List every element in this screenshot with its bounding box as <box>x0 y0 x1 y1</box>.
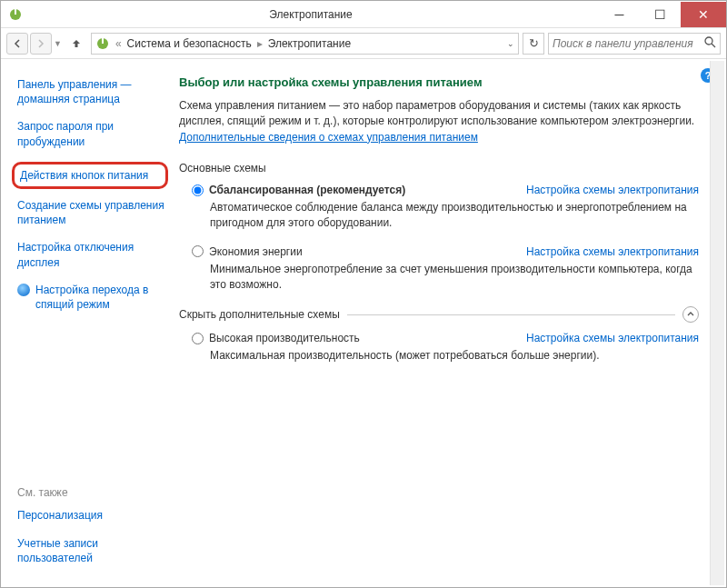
see-also-personalization[interactable]: Персонализация <box>17 508 164 523</box>
vertical-scrollbar[interactable] <box>710 61 724 585</box>
plan-balanced: Сбалансированная (рекомендуется) Настрой… <box>179 184 699 231</box>
plan-radio-high-performance[interactable] <box>192 333 204 344</box>
plan-radio-row[interactable]: Экономия энергии <box>192 245 303 258</box>
plan-name: Экономия энергии <box>209 245 303 258</box>
sidebar-home-link[interactable]: Панель управления — домашняя страница <box>17 77 164 106</box>
refresh-button[interactable]: ↻ <box>523 33 544 55</box>
sidebar-item-password[interactable]: Запрос пароля при пробуждении <box>17 119 164 148</box>
plan-header: Экономия энергии Настройка схемы электро… <box>192 245 699 258</box>
up-button[interactable] <box>65 33 87 55</box>
app-icon <box>8 7 23 22</box>
svg-point-4 <box>705 37 712 45</box>
breadcrumb-item-2[interactable]: Электропитание <box>268 37 351 50</box>
search-box[interactable] <box>548 33 721 55</box>
extra-plans-label: Скрыть дополнительные схемы <box>179 308 340 321</box>
sidebar-item-display-off[interactable]: Настройка отключения дисплея <box>17 240 164 269</box>
extra-plans-toggle-row: Скрыть дополнительные схемы <box>179 306 699 323</box>
plan-radio-row[interactable]: Сбалансированная (рекомендуется) <box>192 184 405 196</box>
back-button[interactable] <box>6 33 28 55</box>
plan-high-performance: Высокая производительность Настройка схе… <box>179 332 699 364</box>
divider-line <box>347 314 675 315</box>
breadcrumb-dropdown-icon[interactable]: ⌄ <box>503 39 514 48</box>
svg-rect-3 <box>102 38 104 44</box>
section-basic-label: Основные схемы <box>179 162 699 174</box>
history-dropdown-icon[interactable]: ▼ <box>54 39 62 48</box>
sidebar-item-label: Настройка перехода в спящий режим <box>35 283 164 312</box>
plan-desc: Минимальное энергопотребление за счет ум… <box>210 262 699 293</box>
minimize-button[interactable]: ─ <box>599 2 640 27</box>
see-also-section: См. также Персонализация Учетные записи … <box>17 486 164 578</box>
plan-name: Высокая производительность <box>209 332 360 344</box>
toolbar: ▼ « Система и безопасность ▸ Электропита… <box>1 28 726 59</box>
shield-icon <box>17 284 30 296</box>
plan-radio-row[interactable]: Высокая производительность <box>192 332 360 344</box>
plan-radio-powersaver[interactable] <box>192 245 204 257</box>
window-title: Электропитание <box>23 8 599 21</box>
page-heading: Выбор или настройка схемы управления пит… <box>179 75 699 89</box>
breadcrumb-item-1[interactable]: Система и безопасность <box>127 37 252 50</box>
plan-powersaver: Экономия энергии Настройка схемы электро… <box>179 245 699 293</box>
see-also-title: См. также <box>17 486 164 499</box>
plan-settings-link[interactable]: Настройка схемы электропитания <box>526 245 699 258</box>
sidebar-item-create-plan[interactable]: Создание схемы управления питанием <box>17 198 164 227</box>
breadcrumb[interactable]: « Система и безопасность ▸ Электропитани… <box>91 33 519 55</box>
titlebar: Электропитание ─ ☐ ✕ <box>1 1 726 28</box>
close-button[interactable]: ✕ <box>681 2 726 27</box>
forward-button[interactable] <box>30 33 52 55</box>
sidebar: Панель управления — домашняя страница За… <box>1 59 174 587</box>
plan-settings-link[interactable]: Настройка схемы электропитания <box>526 332 699 344</box>
svg-line-5 <box>712 44 715 47</box>
intro-body: Схема управления питанием — это набор па… <box>179 99 694 127</box>
sidebar-item-power-buttons[interactable]: Действия кнопок питания <box>12 162 168 189</box>
plan-settings-link[interactable]: Настройка схемы электропитания <box>526 184 699 196</box>
window: Электропитание ─ ☐ ✕ ▼ « Система и безоп… <box>0 0 727 588</box>
plan-header: Сбалансированная (рекомендуется) Настрой… <box>192 184 699 196</box>
window-controls: ─ ☐ ✕ <box>599 2 726 27</box>
maximize-button[interactable]: ☐ <box>640 2 681 27</box>
plan-name: Сбалансированная (рекомендуется) <box>209 184 405 196</box>
body-area: Панель управления — домашняя страница За… <box>1 59 726 587</box>
plan-radio-balanced[interactable] <box>192 184 204 196</box>
see-also-user-accounts[interactable]: Учетные записи пользователей <box>17 536 164 565</box>
breadcrumb-icon <box>95 36 110 51</box>
collapse-button[interactable] <box>682 306 699 323</box>
plan-desc: Максимальная производительность (может п… <box>210 348 699 364</box>
sidebar-item-sleep[interactable]: Настройка перехода в спящий режим <box>17 283 164 312</box>
content-area: ? Выбор или настройка схемы управления п… <box>174 59 726 587</box>
intro-text: Схема управления питанием — это набор па… <box>179 98 699 145</box>
chevron-right-icon: ▸ <box>255 37 264 50</box>
intro-link[interactable]: Дополнительные сведения о схемах управле… <box>179 131 478 144</box>
plan-desc: Автоматическое соблюдение баланса между … <box>210 200 699 231</box>
plan-header: Высокая производительность Настройка схе… <box>192 332 699 344</box>
nav-buttons: ▼ <box>6 33 62 55</box>
svg-rect-1 <box>15 9 16 15</box>
chevron-right-icon: « <box>114 37 124 50</box>
search-icon[interactable] <box>704 36 716 51</box>
search-input[interactable] <box>553 37 704 50</box>
